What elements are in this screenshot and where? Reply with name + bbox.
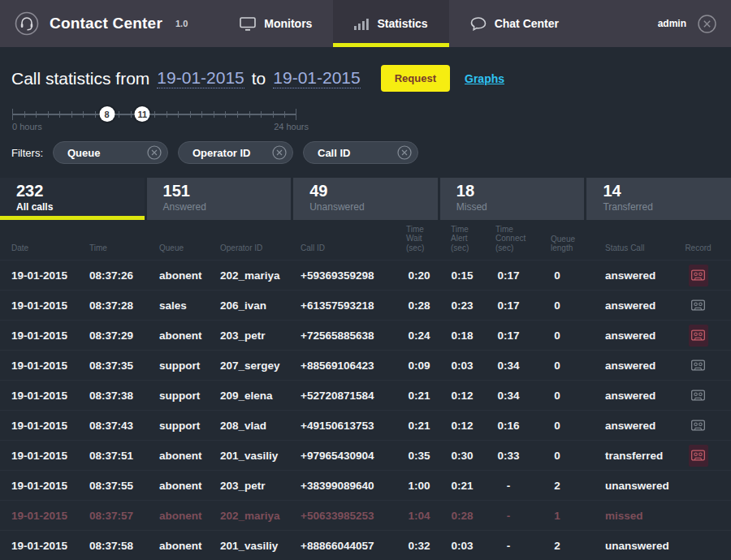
cell-call-id: +88866044057	[289, 531, 398, 560]
nav-item-statistics[interactable]: Statistics	[333, 0, 448, 47]
remove-filter-icon[interactable]	[397, 145, 412, 160]
cell-date: 19-01-2015	[0, 531, 78, 560]
cell-date: 19-01-2015	[0, 411, 78, 441]
table-row: 19-01-2015 08:37:29 abonent 203_petr +72…	[0, 321, 731, 351]
slider-track	[12, 114, 296, 115]
summary-cards: 232 All calls 151 Answered 49 Unanswered…	[0, 178, 731, 220]
cell-queue: abonent	[147, 261, 209, 291]
cell-queue-length: 0	[533, 441, 582, 471]
column-header-time-alert: Time Alert(sec)	[440, 225, 484, 261]
cell-time-wait: 0:21	[398, 411, 440, 441]
request-button[interactable]: Request	[381, 65, 450, 92]
cell-queue: abonent	[147, 501, 209, 531]
cell-queue: support	[147, 381, 209, 411]
cell-time-alert: 0:12	[440, 381, 484, 411]
slider-end-tick	[296, 109, 296, 120]
to-word: to	[252, 69, 266, 88]
from-date-picker[interactable]: 19-01-2015	[157, 68, 244, 88]
card-value: 18	[456, 182, 585, 200]
cell-time-alert: 0:03	[440, 531, 484, 560]
column-header-operator-id: Operator ID	[209, 225, 289, 261]
bar-chart-icon	[354, 18, 369, 30]
table-row: 19-01-2015 08:37:55 abonent 203_petr +38…	[0, 471, 731, 501]
cell-time-connect: 0:33	[484, 441, 533, 471]
cell-record	[665, 501, 731, 531]
card-value: 49	[309, 182, 438, 200]
cell-time-connect: 0:34	[484, 351, 533, 381]
cell-queue-length: 1	[533, 501, 582, 531]
slider-handle-high[interactable]: 11	[135, 106, 150, 122]
cell-time-connect: 0:17	[484, 291, 533, 321]
cell-queue: support	[147, 411, 209, 441]
table-row: 19-01-2015 08:37:26 abonent 202_mariya +…	[0, 261, 731, 291]
cell-time: 08:37:55	[78, 471, 147, 501]
cell-record	[665, 531, 731, 560]
filters-label: Filters:	[11, 147, 43, 159]
record-cassette-icon[interactable]	[689, 355, 708, 377]
cell-operator-id: 209_elena	[209, 381, 289, 411]
card-all-calls[interactable]: 232 All calls	[0, 178, 145, 220]
record-cassette-icon[interactable]	[689, 295, 708, 317]
to-date-picker[interactable]: 19-01-2015	[273, 68, 360, 88]
filter-chip-operator-id[interactable]: Operator ID	[178, 141, 293, 164]
column-header-date: Date	[0, 225, 78, 261]
remove-filter-icon[interactable]	[272, 145, 287, 160]
cell-time: 08:37:28	[78, 291, 147, 321]
cell-status-call: answered	[582, 411, 665, 441]
monitor-icon	[240, 17, 256, 31]
cell-operator-id: 207_sergey	[209, 351, 289, 381]
nav-item-label: Statistics	[377, 17, 427, 30]
cell-time: 08:37:51	[78, 441, 147, 471]
cell-queue-length: 0	[533, 411, 582, 441]
card-label: Answered	[163, 201, 292, 213]
nav-item-chat-center[interactable]: Chat Center	[449, 0, 580, 47]
top-nav: Contact Center 1.0 Monitors Statistics	[0, 0, 731, 47]
slider-handle-low[interactable]: 8	[99, 106, 115, 122]
cell-queue-length: 0	[533, 291, 582, 321]
card-transferred[interactable]: 14 Transferred	[586, 178, 731, 220]
card-label: All calls	[16, 201, 145, 213]
cell-time-wait: 1:04	[398, 501, 440, 531]
cell-operator-id: 206_ivan	[209, 291, 289, 321]
cell-record	[665, 411, 731, 441]
table-row: 19-01-2015 08:37:38 support 209_elena +5…	[0, 381, 731, 411]
card-missed[interactable]: 18 Missed	[440, 178, 585, 220]
filter-chip-queue[interactable]: Queue	[53, 141, 168, 164]
record-cassette-icon[interactable]	[689, 415, 708, 437]
filters-row: Filters: Queue Operator ID Call ID	[11, 141, 731, 164]
username: admin	[658, 18, 686, 29]
brand: Contact Center 1.0	[0, 0, 218, 47]
record-cassette-icon[interactable]	[689, 325, 708, 347]
cell-date: 19-01-2015	[0, 321, 78, 351]
cell-date: 19-01-2015	[0, 381, 78, 411]
cell-call-id: +59369359298	[289, 261, 398, 291]
cell-time: 08:37:35	[78, 351, 147, 381]
time-range-slider[interactable]: 8 11 0 hours 24 hours	[12, 103, 296, 131]
logout-icon[interactable]	[698, 15, 716, 33]
cell-time-wait: 0:09	[398, 351, 440, 381]
cell-operator-id: 201_vasiliy	[209, 441, 289, 471]
cell-queue-length: 0	[533, 351, 582, 381]
cell-record	[665, 441, 731, 471]
filter-chip-call-id[interactable]: Call ID	[303, 141, 418, 164]
cell-time-wait: 0:35	[398, 441, 440, 471]
graphs-link[interactable]: Graphs	[465, 72, 504, 85]
record-cassette-icon[interactable]	[689, 385, 708, 407]
cell-call-id: +61357593218	[289, 291, 398, 321]
cell-queue: abonent	[147, 531, 209, 560]
cell-time: 08:37:38	[78, 381, 147, 411]
record-cassette-icon[interactable]	[689, 265, 708, 286]
cell-time-alert: 0:23	[440, 291, 484, 321]
record-cassette-icon[interactable]	[689, 445, 708, 467]
app-version: 1.0	[175, 19, 188, 28]
table-row: 19-01-2015 08:37:43 support 208_vlad +49…	[0, 411, 731, 441]
table-header-row: Date Time Queue Operator ID Call ID Time…	[0, 225, 731, 261]
cell-status-call: unanswered	[582, 531, 665, 560]
card-unanswered[interactable]: 49 Unanswered	[293, 178, 438, 220]
card-value: 151	[163, 182, 292, 200]
remove-filter-icon[interactable]	[147, 145, 162, 160]
card-label: Missed	[456, 201, 585, 213]
cell-operator-id: 202_mariya	[209, 501, 289, 531]
card-answered[interactable]: 151 Answered	[147, 178, 292, 220]
nav-item-monitors[interactable]: Monitors	[218, 0, 333, 47]
